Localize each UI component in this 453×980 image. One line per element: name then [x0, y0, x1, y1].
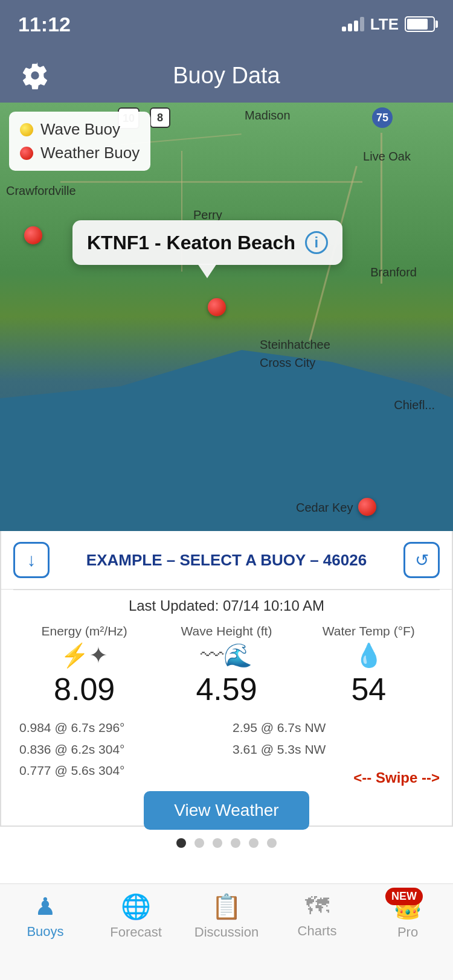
charts-label: Charts [298, 923, 337, 939]
page-dot-4[interactable] [231, 838, 240, 848]
panel-header: ↓ EXAMPLE – SELECT A BUOY – 46026 ↺ [1, 531, 452, 590]
highway-badge-8: 8 [150, 107, 170, 128]
status-icons: LTE [342, 15, 435, 34]
sub-row-1-1: 0.984 @ 6.7s 296° [19, 717, 220, 739]
wave-height-value: 4.59 [196, 671, 257, 707]
metrics-row: Energy (m²/Hz) ⚡✦ 8.09 Wave Height (ft) … [1, 618, 452, 707]
wave-buoy-label: Wave Buoy [40, 120, 120, 139]
download-icon: ↓ [27, 550, 36, 570]
nav-item-charts[interactable]: 🗺 Charts [272, 892, 362, 939]
sub-data-col1: 0.984 @ 6.7s 296° 0.836 @ 6.2s 304° 0.77… [19, 717, 220, 781]
energy-value: 8.09 [54, 671, 115, 707]
forecast-icon: 🌐 [121, 892, 151, 921]
view-weather-container: View Weather <-- Swipe --> [1, 791, 452, 830]
buoy-marker-2[interactable] [208, 298, 226, 316]
wave-height-icon: 〰🌊 [201, 642, 252, 669]
lte-label: LTE [370, 15, 399, 34]
map-area: 10 8 75 Madison Live Oak Crawfordville P… [0, 103, 453, 531]
settings-button[interactable] [18, 59, 51, 92]
sub-row-2-1: 2.95 @ 6.7s NW [233, 717, 434, 739]
page-dot-3[interactable] [213, 838, 222, 848]
data-panel: ↓ EXAMPLE – SELECT A BUOY – 46026 ↺ Last… [0, 531, 453, 827]
nav-item-forecast[interactable]: 🌐 Forecast [91, 892, 181, 940]
nav-header: Buoy Data [0, 48, 453, 103]
sub-row-1-2: 0.836 @ 6.2s 304° [19, 739, 220, 760]
page-dot-5[interactable] [249, 838, 259, 848]
nav-item-buoys[interactable]: ♟ Buoys [0, 892, 91, 940]
weather-buoy-dot [20, 147, 33, 160]
water-temp-metric: Water Temp (°F) 💧 54 [298, 624, 440, 707]
nav-item-discussion[interactable]: 📋 Discussion [181, 892, 272, 940]
energy-icon: ⚡✦ [60, 642, 108, 669]
water-temp-value: 54 [351, 671, 386, 707]
page-dot-6[interactable] [267, 838, 277, 848]
callout-info-button[interactable]: i [305, 231, 328, 254]
buoy-marker-3[interactable] [358, 498, 376, 516]
refresh-icon: ↺ [415, 550, 429, 570]
charts-icon: 🗺 [305, 892, 329, 920]
download-button[interactable]: ↓ [13, 542, 50, 578]
weather-buoy-label: Weather Buoy [40, 144, 140, 162]
buoys-label: Buoys [27, 924, 63, 940]
sub-row-1-3: 0.777 @ 5.6s 304° [19, 760, 220, 781]
energy-metric: Energy (m²/Hz) ⚡✦ 8.09 [13, 624, 155, 707]
new-badge: NEW [385, 888, 423, 905]
pro-label: Pro [397, 924, 418, 940]
view-weather-button[interactable]: View Weather [144, 791, 309, 830]
page-dot-1[interactable] [176, 838, 186, 848]
nav-item-pro[interactable]: NEW 👑 Pro [362, 892, 453, 940]
wave-height-label: Wave Height (ft) [181, 624, 272, 638]
buoy-id-title: EXAMPLE – SELECT A BUOY – 46026 [58, 551, 395, 570]
page-dot-2[interactable] [194, 838, 204, 848]
weather-buoy-legend: Weather Buoy [20, 144, 140, 162]
energy-label: Energy (m²/Hz) [41, 624, 127, 638]
sub-row-2-2: 3.61 @ 5.3s NW [233, 739, 434, 760]
bottom-nav: ♟ Buoys 🌐 Forecast 📋 Discussion 🗺 Charts… [0, 883, 453, 980]
water-temp-label: Water Temp (°F) [323, 624, 415, 638]
page-dots [1, 830, 452, 853]
buoys-icon: ♟ [34, 892, 56, 920]
buoy-callout[interactable]: KTNF1 - Keaton Beach i [72, 220, 342, 265]
highway-badge-75: 75 [372, 107, 393, 128]
refresh-button[interactable]: ↺ [403, 542, 440, 578]
forecast-label: Forecast [110, 924, 162, 940]
buoy-marker-1[interactable] [24, 226, 42, 244]
swipe-hint: <-- Swipe --> [353, 769, 440, 786]
map-legend: Wave Buoy Weather Buoy [9, 112, 150, 171]
battery-icon [405, 16, 435, 32]
water-temp-icon: 💧 [355, 642, 383, 669]
status-bar: 11:12 LTE [0, 0, 453, 48]
wave-buoy-dot [20, 123, 33, 136]
last-updated: Last Updated: 07/14 10:10 AM [1, 590, 452, 618]
page-title: Buoy Data [173, 63, 280, 89]
callout-buoy-name: KTNF1 - Keaton Beach [87, 232, 295, 254]
wave-buoy-legend: Wave Buoy [20, 120, 140, 139]
discussion-icon: 📋 [211, 892, 242, 921]
wave-height-metric: Wave Height (ft) 〰🌊 4.59 [155, 624, 297, 707]
status-time: 11:12 [18, 13, 71, 36]
signal-bars-icon [342, 17, 364, 31]
discussion-label: Discussion [194, 924, 259, 940]
gear-icon [21, 62, 49, 89]
